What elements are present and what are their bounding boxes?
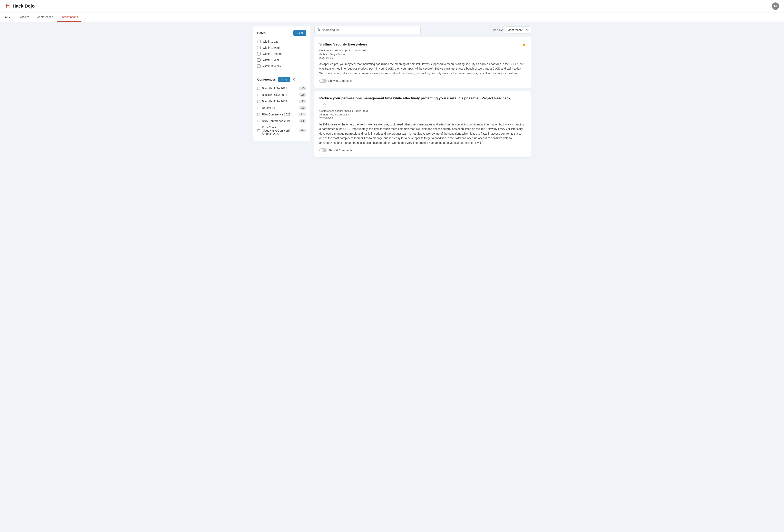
card-2-conference: Conference: Global AppSec Dublin 2023 xyxy=(319,109,526,112)
conference-rsa-2022-name: RSA Conference 2022 xyxy=(262,113,297,116)
logo-text: Hack Dojo xyxy=(13,3,35,9)
sort-area: Sort by: Most recent Most popular Oldest xyxy=(493,27,531,33)
conference-blackhat-2019-count: 123 xyxy=(299,99,306,103)
card-1-authors: Authors: Tanya Janca xyxy=(319,53,526,56)
card-2-title: Reduce your permissions management time … xyxy=(319,96,526,101)
card-1-star[interactable]: ★ xyxy=(522,42,526,47)
conference-blackhat-2019-checkbox[interactable] xyxy=(257,100,260,103)
sidebar: Dates Clear Within 1 day Within 1 week W… xyxy=(253,26,310,141)
conference-blackhat-2018-checkbox[interactable] xyxy=(257,94,260,96)
dates-section-header: Dates Clear xyxy=(257,30,306,36)
search-icon: 🔍 xyxy=(317,28,321,32)
card-2-authors: Authors: Marine du Mesnil xyxy=(319,113,526,116)
avatar[interactable]: M xyxy=(772,2,779,10)
header-left: ⛩ Hack Dojo xyxy=(5,3,35,9)
conference-rsa-2022-count: 342 xyxy=(299,113,306,116)
conference-blackhat-2018-name: BlackHat USA 2018 xyxy=(262,93,297,96)
conference-kubecon-2022[interactable]: KubeCon + CloudNativeCon North America 2… xyxy=(257,124,306,137)
dropdown-chevron: ▾ xyxy=(9,16,10,19)
toggle-knob-2 xyxy=(320,149,323,152)
filter-within-year-checkbox[interactable] xyxy=(257,58,260,62)
conferences-header: Conferences Apply ✕ xyxy=(257,77,306,82)
card-2-date: 2023-02-16 xyxy=(319,117,526,120)
card-1-comments-toggle[interactable]: Show 0 Comments xyxy=(319,79,353,83)
conference-rsa-2021-count: 335 xyxy=(299,119,306,123)
tab-articles[interactable]: Articles xyxy=(17,12,33,22)
card-1-conference: Conference: Global AppSec Dublin 2023 xyxy=(319,49,526,52)
filter-within-month[interactable]: Within 1 month xyxy=(257,51,306,57)
card-1-body: As AppSec pro, you may feel that marketi… xyxy=(319,62,526,76)
card-2-body: In 2019, users of the Ameli, the french … xyxy=(319,122,526,145)
conference-rsa-2021[interactable]: RSA Conference 2021 335 xyxy=(257,118,306,124)
conference-blackhat-2021[interactable]: BlackHat USA 2021 145 xyxy=(257,85,306,92)
clear-button[interactable]: Clear xyxy=(293,30,306,36)
filter-within-week[interactable]: Within 1 week xyxy=(257,45,306,51)
conference-kubecon-2022-name: KubeCon + CloudNativeCon North America 2… xyxy=(262,126,297,136)
conference-blackhat-2021-checkbox[interactable] xyxy=(257,87,260,90)
toggle-knob xyxy=(320,79,323,82)
toggle-track-2 xyxy=(319,148,327,152)
conference-blackhat-2019[interactable]: BlackHat USA 2019 123 xyxy=(257,98,306,105)
search-wrapper: 🔍 xyxy=(314,26,421,34)
logo: ⛩ Hack Dojo xyxy=(5,3,35,9)
conference-defcon-26-name: Defcon 26 xyxy=(262,106,297,110)
conference-kubecon-2022-count: 288 xyxy=(299,129,306,132)
card-1-header: Shifting Security Everywhere ★ xyxy=(319,42,526,47)
nav-bar: All ▾ Articles Conferences Presentations xyxy=(0,12,784,22)
conference-defcon-26-checkbox[interactable] xyxy=(257,107,260,109)
conference-blackhat-2021-name: BlackHat USA 2021 xyxy=(262,87,297,90)
filter-within-year[interactable]: Within 1 year xyxy=(257,57,306,63)
dates-title: Dates xyxy=(257,31,265,35)
conference-kubecon-2022-checkbox[interactable] xyxy=(257,129,260,132)
filter-within-day[interactable]: Within 1 day xyxy=(257,38,306,45)
search-sort-bar: 🔍 Sort by: Most recent Most popular Olde… xyxy=(314,26,531,34)
filter-within-3years-checkbox[interactable] xyxy=(257,64,260,68)
conference-blackhat-2018-count: 118 xyxy=(299,93,306,97)
conference-blackhat-2021-count: 145 xyxy=(299,87,306,90)
toggle-track xyxy=(319,79,327,83)
filter-within-3years-label: Within 3 years xyxy=(262,64,281,68)
card-2-comments-label: Show 0 Comments xyxy=(328,149,353,152)
sort-label: Sort by: xyxy=(493,28,503,32)
main-layout: Dates Clear Within 1 day Within 1 week W… xyxy=(249,22,535,165)
sidebar-divider xyxy=(257,73,306,73)
tab-presentations[interactable]: Presentations xyxy=(57,12,82,22)
card-1: Shifting Security Everywhere ★ Conferenc… xyxy=(314,37,531,88)
conference-rsa-2022[interactable]: RSA Conference 2022 342 xyxy=(257,111,306,118)
card-2-header: Reduce your permissions management time … xyxy=(319,96,526,101)
filter-within-year-label: Within 1 year xyxy=(262,58,279,62)
header: ⛩ Hack Dojo M xyxy=(0,0,784,12)
filter-within-month-label: Within 1 month xyxy=(262,52,282,56)
logo-icon: ⛩ xyxy=(5,3,10,9)
filter-within-day-label: Within 1 day xyxy=(262,40,278,43)
card-1-title: Shifting Security Everywhere xyxy=(319,42,519,47)
conference-defcon-26[interactable]: Defcon 26 113 xyxy=(257,105,306,111)
conference-rsa-2021-name: RSA Conference 2021 xyxy=(262,119,297,123)
card-1-date: 2023-02-16 xyxy=(319,56,526,59)
all-dropdown[interactable]: All ▾ xyxy=(5,13,13,22)
filter-within-3years[interactable]: Within 3 years xyxy=(257,63,306,69)
filter-within-week-checkbox[interactable] xyxy=(257,46,260,49)
conference-rsa-2022-checkbox[interactable] xyxy=(257,113,260,116)
filter-within-day-checkbox[interactable] xyxy=(257,40,260,43)
tab-conferences[interactable]: Conferences xyxy=(33,12,57,22)
card-2-star[interactable]: ☆ xyxy=(323,102,327,108)
conference-blackhat-2019-name: BlackHat USA 2019 xyxy=(262,100,297,103)
search-input[interactable] xyxy=(314,26,421,34)
content-area: 🔍 Sort by: Most recent Most popular Olde… xyxy=(314,26,531,160)
sort-select[interactable]: Most recent Most popular Oldest xyxy=(505,27,531,33)
all-label: All xyxy=(5,16,8,19)
conference-rsa-2021-checkbox[interactable] xyxy=(257,120,260,122)
conferences-title: Conferences xyxy=(257,78,276,81)
conference-blackhat-2018[interactable]: BlackHat USA 2018 118 xyxy=(257,92,306,98)
apply-button[interactable]: Apply xyxy=(278,77,290,82)
filter-within-week-label: Within 1 week xyxy=(262,46,280,49)
conferences-close-button[interactable]: ✕ xyxy=(292,78,295,81)
filter-within-month-checkbox[interactable] xyxy=(257,52,260,56)
card-1-comments-label: Show 0 Comments xyxy=(328,79,353,82)
card-2: Reduce your permissions management time … xyxy=(314,91,531,157)
conference-defcon-26-count: 113 xyxy=(299,106,306,110)
card-2-comments-toggle[interactable]: Show 0 Comments xyxy=(319,148,353,152)
